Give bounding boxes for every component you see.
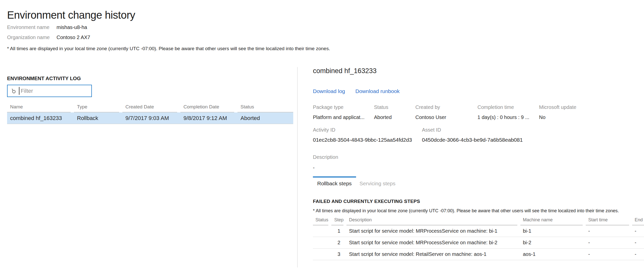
steps-column-description: Description <box>346 216 520 225</box>
step-description: Start script for service model: MRProces… <box>346 237 520 249</box>
field-value: Contoso User <box>415 114 477 120</box>
detail-ids-row: Activity ID 01ec2cb8-3504-4843-9bbc-125a… <box>313 127 523 143</box>
environment-name-label: Environment name <box>7 24 57 30</box>
activity-row-status: Aborted <box>237 112 293 124</box>
step-end-time: - <box>632 249 644 260</box>
column-header-type[interactable]: Type <box>74 103 122 112</box>
steps-column-start-time: Start time <box>586 216 632 225</box>
activity-log-header-row: Name Type Created Date Completion Date S… <box>7 103 293 112</box>
steps-header-row: Status Step Description Machine name Sta… <box>313 216 644 225</box>
step-status <box>313 225 331 237</box>
field-label: Created by <box>415 104 477 110</box>
step-status <box>313 249 331 260</box>
step-number: 3 <box>331 249 346 260</box>
step-row: 1 Start script for service model: MRProc… <box>313 225 644 237</box>
detail-links: Download log Download runbook <box>313 88 399 94</box>
step-status <box>313 237 331 249</box>
organization-name-label: Organization name <box>7 35 57 40</box>
step-number: 1 <box>331 225 346 237</box>
step-start-time: - <box>586 237 632 249</box>
field-value: 1 day(s) : 0 hours : 9 ... <box>477 114 539 120</box>
step-machine-name: bi-1 <box>520 225 586 237</box>
page-title: Environment change history <box>7 9 135 21</box>
environment-name-row: Environment name mishas-u8-ha <box>7 24 87 30</box>
field-label: Package type <box>313 104 374 110</box>
step-row: 2 Start script for service model: MRProc… <box>313 237 644 249</box>
field-label: Asset ID <box>422 127 523 133</box>
step-row: 3 Start script for service model: Retail… <box>313 249 644 260</box>
step-end-time: - <box>632 225 644 237</box>
field-value: No <box>539 114 576 120</box>
column-header-completion-date[interactable]: Completion Date <box>180 103 237 112</box>
activity-row-selected[interactable]: combined hf_163233 Rollback 9/7/2017 9:0… <box>7 112 293 124</box>
download-log-link[interactable]: Download log <box>313 88 345 94</box>
activity-row-completion-date: 9/8/2017 9:12 AM <box>180 112 237 124</box>
download-runbook-link[interactable]: Download runbook <box>355 88 399 94</box>
field-value: 01ec2cb8-3504-4843-9bbc-125aa54fd2d3 <box>313 137 422 143</box>
field-created-by: Created by Contoso User <box>415 104 477 120</box>
field-value: Aborted <box>374 114 415 120</box>
activity-row-type: Rollback <box>74 112 122 124</box>
search-icon <box>11 88 16 94</box>
panel-divider <box>297 67 298 267</box>
field-label: Completion time <box>477 104 539 110</box>
activity-log-table: Name Type Created Date Completion Date S… <box>7 103 293 124</box>
step-description: Start script for service model: RetailSe… <box>346 249 520 260</box>
step-start-time: - <box>586 225 632 237</box>
steps-column-status: Status <box>313 216 331 225</box>
tab-servicing-steps[interactable]: Servicing steps <box>355 176 400 187</box>
activity-row-name: combined hf_163233 <box>7 112 74 124</box>
filter-input[interactable] <box>7 85 92 97</box>
field-status: Status Aborted <box>374 104 415 120</box>
field-value: Platform and applicat... <box>313 114 374 120</box>
field-asset-id: Asset ID 0450dcde-3066-4cb3-be9d-7a6b58e… <box>422 127 523 143</box>
steps-timezone-note: * All times are displayed in your local … <box>313 208 619 214</box>
step-number: 2 <box>331 237 346 249</box>
field-package-type: Package type Platform and applicat... <box>313 104 374 120</box>
field-completion-time: Completion time 1 day(s) : 0 hours : 9 .… <box>477 104 539 120</box>
activity-log-heading: ENVIRONMENT ACTIVITY LOG <box>7 76 81 81</box>
details-panel: combined hf_163233 Download log Download… <box>313 0 644 271</box>
step-description: Start script for service model: MRProces… <box>346 225 520 237</box>
organization-name-row: Organization name Contoso 2 AX7 <box>7 35 90 40</box>
column-header-status[interactable]: Status <box>237 103 293 112</box>
field-label: Microsoft update <box>539 104 576 110</box>
field-label: Status <box>374 104 415 110</box>
step-start-time: - <box>586 249 632 260</box>
field-description: Description - <box>313 154 338 171</box>
detail-heading: combined hf_163233 <box>313 67 377 75</box>
detail-tabs: Rollback steps Servicing steps <box>313 176 400 187</box>
field-value: 0450dcde-3066-4cb3-be9d-7a6b58eab081 <box>422 137 523 143</box>
column-header-created-date[interactable]: Created Date <box>122 103 180 112</box>
step-end-time: - <box>632 237 644 249</box>
field-label: Activity ID <box>313 127 422 133</box>
field-microsoft-update: Microsoft update No <box>539 104 576 120</box>
detail-fields-row: Package type Platform and applicat... St… <box>313 104 576 120</box>
step-machine-name: aos-1 <box>520 249 586 260</box>
steps-heading: FAILED AND CURRENTLY EXECUTING STEPS <box>313 199 420 204</box>
field-activity-id: Activity ID 01ec2cb8-3504-4843-9bbc-125a… <box>313 127 422 143</box>
column-header-name[interactable]: Name <box>7 103 74 112</box>
steps-column-machine-name: Machine name <box>520 216 586 225</box>
steps-column-end-time: End <box>632 216 644 225</box>
steps-table: Status Step Description Machine name Sta… <box>313 216 644 260</box>
environment-name-value: mishas-u8-ha <box>57 24 87 30</box>
timezone-note: * All times are displayed in your local … <box>7 46 330 51</box>
field-label: Description <box>313 154 338 160</box>
filter-box <box>7 85 92 97</box>
organization-name-value: Contoso 2 AX7 <box>57 35 90 40</box>
step-machine-name: bi-2 <box>520 237 586 249</box>
activity-row-created-date: 9/7/2017 9:03 AM <box>122 112 180 124</box>
field-value: - <box>313 165 338 171</box>
steps-column-step: Step <box>331 216 346 225</box>
tab-rollback-steps[interactable]: Rollback steps <box>313 176 356 187</box>
